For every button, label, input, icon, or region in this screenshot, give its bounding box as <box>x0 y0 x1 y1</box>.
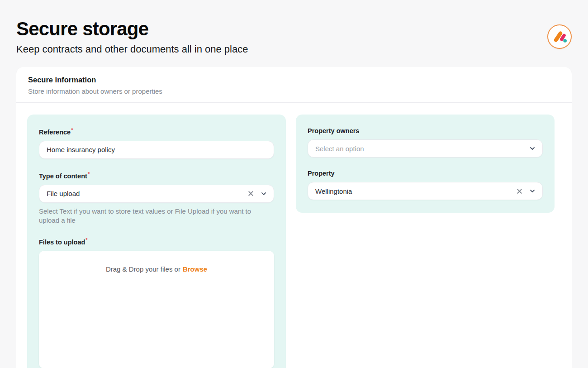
property-owners-label-text: Property owners <box>308 127 359 134</box>
reference-label: Reference* <box>39 127 274 136</box>
secure-item-panel: Reference* Type of content* File upload <box>27 115 286 368</box>
type-of-content-label-text: Type of content <box>39 172 87 180</box>
files-to-upload-field: Files to upload* Drag & Drop your files … <box>39 237 274 368</box>
reference-input[interactable] <box>39 141 274 159</box>
card-header: Secure information Store information abo… <box>16 67 572 103</box>
required-asterisk: * <box>88 171 90 177</box>
property-select[interactable]: Wellingtonia <box>308 182 543 200</box>
page-subtitle: Keep contracts and other documents all i… <box>16 43 572 55</box>
property-owners-label: Property owners <box>308 127 543 134</box>
browse-link[interactable]: Browse <box>183 265 207 273</box>
type-of-content-select[interactable]: File upload <box>39 185 274 203</box>
chevron-down-icon[interactable] <box>529 145 536 152</box>
card-subtitle: Store information about owners or proper… <box>28 87 560 95</box>
required-asterisk: * <box>71 127 73 133</box>
type-of-content-help: Select Text if you want to store text va… <box>39 207 267 225</box>
brand-logo-icon <box>551 29 568 45</box>
property-owners-placeholder: Select an option <box>315 145 364 153</box>
select-icons <box>247 190 267 197</box>
card-title: Secure information <box>28 76 560 84</box>
property-field: Property Wellingtonia <box>308 170 543 200</box>
required-asterisk: * <box>85 237 87 243</box>
clear-icon[interactable] <box>247 190 254 197</box>
brand-logo-button[interactable] <box>547 24 572 49</box>
secure-information-card: Secure information Store information abo… <box>16 67 572 368</box>
reference-field: Reference* <box>39 127 274 159</box>
file-dropzone[interactable]: Drag & Drop your files orBrowse <box>39 251 274 368</box>
reference-label-text: Reference <box>39 129 71 136</box>
page-header: Secure storage Keep contracts and other … <box>0 0 588 55</box>
type-of-content-field: Type of content* File upload Select Text… <box>39 171 274 225</box>
files-to-upload-label: Files to upload* <box>39 237 274 246</box>
type-of-content-label: Type of content* <box>39 171 274 180</box>
type-of-content-value: File upload <box>47 190 80 197</box>
select-icons <box>529 145 536 152</box>
dropzone-text: Drag & Drop your files or <box>106 265 180 273</box>
card-body: Reference* Type of content* File upload <box>16 103 572 368</box>
property-label: Property <box>308 170 543 177</box>
select-icons <box>516 187 536 195</box>
property-label-text: Property <box>308 170 335 177</box>
chevron-down-icon[interactable] <box>529 187 536 195</box>
clear-icon[interactable] <box>516 188 523 195</box>
property-owners-select[interactable]: Select an option <box>308 139 543 158</box>
files-to-upload-label-text: Files to upload <box>39 239 85 246</box>
property-value: Wellingtonia <box>315 187 352 195</box>
chevron-down-icon[interactable] <box>260 190 267 197</box>
related-records-panel: Property owners Select an option Propert… <box>296 115 555 213</box>
property-owners-field: Property owners Select an option <box>308 127 543 158</box>
page-title: Secure storage <box>16 18 572 39</box>
